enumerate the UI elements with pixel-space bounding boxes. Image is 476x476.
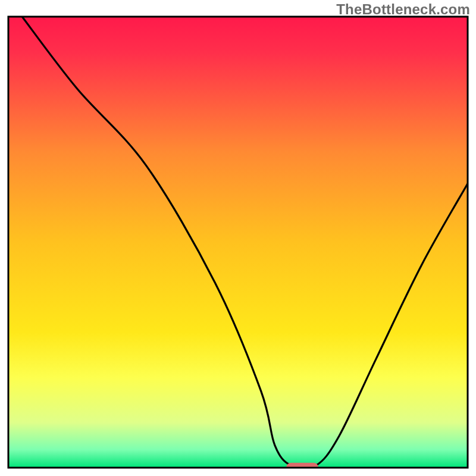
bottleneck-chart: [0, 0, 476, 476]
gradient-background: [8, 17, 468, 468]
watermark: TheBottleneck.com: [336, 1, 470, 18]
chart-container: { "watermark": "TheBottleneck.com", "cha…: [0, 0, 476, 476]
